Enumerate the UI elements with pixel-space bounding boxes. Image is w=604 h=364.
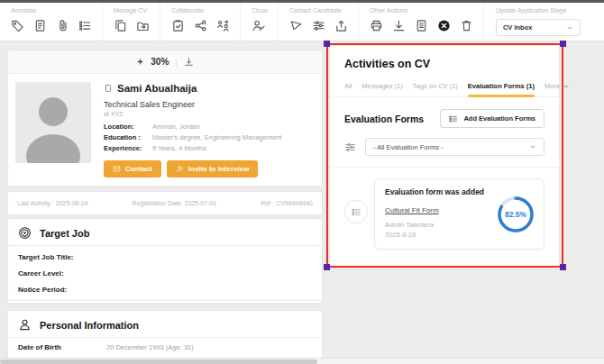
divider — [330, 167, 559, 168]
cv-view-screen: AnnotateManage CVCollaborateCloseContact… — [0, 0, 604, 364]
field-value: 9 Years, 4 Months — [152, 144, 206, 152]
checklist-icon[interactable] — [78, 19, 92, 32]
target-job-title: Target Job — [40, 228, 89, 239]
person-check-icon[interactable] — [252, 19, 265, 32]
action-toolbar: AnnotateManage CVCollaborateCloseContact… — [0, 3, 604, 41]
invite-to-interview-button[interactable]: Invite to Interview — [167, 160, 259, 177]
evaluation-form-link[interactable]: Cultural Fit Form — [385, 206, 439, 214]
people-swap-icon[interactable] — [216, 19, 230, 32]
copy-icon[interactable] — [114, 19, 127, 32]
field-label: Location: — [104, 123, 152, 131]
upload-icon[interactable] — [334, 19, 348, 32]
evaluation-score-value: 82.5% — [496, 195, 535, 234]
cv-meta-bar: Last Activity : 2025-08-24 Registration … — [7, 191, 323, 215]
checklist-icon — [352, 207, 361, 217]
person-icon — [18, 318, 32, 332]
tab-messages-1[interactable]: Messages (1) — [361, 82, 402, 96]
toolbar-section-label: Manage CV — [114, 7, 150, 14]
application-stage-value: CV Inbox — [503, 23, 533, 32]
candidate-job-title: Technical Sales Engineer — [104, 100, 315, 109]
field-value: Amman, Jordan — [152, 123, 200, 131]
download-cv-icon[interactable] — [184, 57, 194, 67]
filter-select-value: - All Evaluation Forms - — [373, 143, 444, 151]
candidate-company: at XYZ — [104, 111, 315, 117]
profile-field-row: Experience:9 Years, 4 Months — [104, 144, 315, 152]
evaluation-event-card: Evaluation form was added Cultural Fit F… — [374, 178, 545, 250]
activities-panel: Activities on CV AllMessages (1)Tags on … — [329, 45, 560, 267]
profile-field-row: Location:Amman, Jordan — [104, 123, 315, 131]
personal-info-title: Personal Information — [40, 320, 139, 331]
clipboard-check-icon[interactable] — [171, 19, 185, 32]
cv-reference: Ref : CV96948440 — [261, 200, 313, 206]
tab-label: Messages (1) — [361, 82, 402, 90]
close-circle-icon[interactable] — [437, 19, 451, 32]
match-score-value: 30% — [151, 57, 169, 67]
tab-label: More — [545, 82, 560, 90]
sliders-icon[interactable] — [312, 19, 325, 32]
horizontal-scrollbar — [0, 358, 604, 364]
tab-tags-on-cv-1[interactable]: Tags on CV (1) — [413, 82, 458, 96]
target-job-field-label: Notice Period: — [18, 281, 312, 297]
dob-label: Date of Birth — [18, 343, 106, 351]
match-sparkle-icon — [136, 58, 144, 66]
candidate-avatar — [15, 82, 91, 163]
chevron-down-icon — [566, 24, 573, 32]
activity-event-row: Evaluation form was added Cultural Fit F… — [344, 178, 545, 250]
contact-button[interactable]: Contact — [104, 160, 161, 177]
profile-field-row: Education :Master's degree, Engineering … — [104, 133, 315, 141]
application-stage-block: Update Application Stage CV Inbox — [484, 3, 581, 41]
application-stage-select[interactable]: CV Inbox — [496, 19, 581, 36]
tab-label: Evaluation Forms (1) — [468, 82, 535, 90]
evaluation-score-ring: 82.5% — [496, 195, 535, 234]
registration-date: Registration Date: 2025-07-01 — [133, 200, 217, 206]
share-icon[interactable] — [194, 19, 207, 32]
tab-evaluation-forms-1[interactable]: Evaluation Forms (1) — [468, 82, 535, 96]
horizontal-scrollbar-thumb[interactable] — [0, 359, 317, 364]
tab-more[interactable]: More — [545, 82, 570, 96]
envelope-icon — [113, 165, 121, 173]
person-icon — [176, 165, 184, 173]
personal-info-card: Personal Information Date of Birth 20 De… — [7, 310, 323, 359]
evaluation-forms-filter-select[interactable]: - All Evaluation Forms - — [365, 138, 545, 156]
toolbar-section-other-actions: Other Actions — [359, 3, 484, 41]
field-label: Education : — [104, 133, 152, 141]
filter-sliders-icon[interactable] — [344, 141, 356, 153]
download-icon[interactable] — [392, 19, 406, 32]
tab-all[interactable]: All — [344, 82, 352, 96]
dob-value: 20 December 1993 (Age: 31) — [106, 343, 194, 351]
last-activity: Last Activity : 2025-08-24 — [17, 200, 88, 206]
chevron-down-icon — [529, 143, 536, 150]
tab-label: All — [344, 82, 352, 90]
trash-icon[interactable] — [460, 19, 473, 32]
tab-label: Tags on CV (1) — [413, 82, 458, 90]
cv-document-icon — [104, 84, 113, 93]
toolbar-section-contact-candidate: Contact Candidate — [279, 3, 359, 41]
chevron-down-icon — [563, 83, 570, 90]
toolbar-section-collaborate: Collaborate — [160, 3, 241, 41]
target-job-card: Target Job Target Job Title:Career Level… — [7, 218, 323, 304]
note-icon[interactable] — [33, 19, 47, 32]
tag-icon[interactable] — [11, 19, 24, 32]
target-job-field-label: Target Job Title: — [18, 249, 312, 265]
target-job-rows: Target Job Title:Career Level:Notice Per… — [8, 246, 322, 300]
field-label: Experience: — [104, 144, 152, 152]
activities-tabs: AllMessages (1)Tags on CV (1)Evaluation … — [330, 82, 559, 97]
profile-body: Sami Abualhaija Technical Sales Engineer… — [8, 74, 322, 186]
candidate-info: Sami Abualhaija Technical Sales Engineer… — [104, 82, 315, 177]
document-icon[interactable] — [415, 19, 428, 32]
toolbar-section-label: Annotate — [11, 7, 92, 14]
add-evaluation-form-button[interactable]: Add Evaluation Forms — [440, 109, 545, 128]
checklist-icon — [449, 114, 458, 123]
paperclip-icon[interactable] — [56, 19, 69, 32]
field-value: Master's degree, Engineering Management — [152, 133, 282, 141]
application-stage-label: Update Application Stage — [496, 7, 581, 14]
send-icon[interactable] — [289, 19, 303, 32]
score-divider: | — [175, 58, 177, 67]
evaluation-forms-heading: Evaluation Forms — [344, 114, 424, 124]
folder-move-icon[interactable] — [136, 19, 150, 32]
match-score-bar: 30% | — [8, 50, 322, 74]
invite-button-label: Invite to Interview — [188, 165, 250, 173]
toolbar-section-annotate: Annotate — [0, 3, 103, 41]
printer-icon[interactable] — [370, 19, 383, 32]
divider — [8, 300, 322, 301]
